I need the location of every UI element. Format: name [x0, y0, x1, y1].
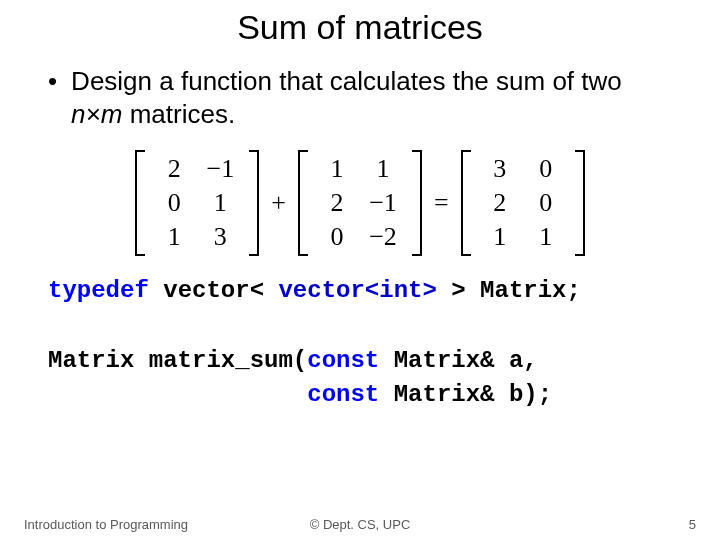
cell: 1 — [314, 154, 360, 184]
cell: 1 — [523, 222, 569, 252]
code-text: Matrix& a, — [379, 347, 537, 374]
keyword-const: const — [307, 381, 379, 408]
bullet-text-prefix: Design a function that calculates the su… — [71, 66, 622, 96]
cell: −1 — [197, 154, 243, 184]
bracket-right-icon — [412, 150, 422, 256]
cell: 1 — [197, 188, 243, 218]
bullet-text-dims: n×m — [71, 99, 122, 129]
cell: 2 — [151, 154, 197, 184]
cell: 3 — [477, 154, 523, 184]
operator-equals: = — [434, 188, 449, 218]
keyword-const: const — [307, 347, 379, 374]
matrix-a: 2−1 01 13 — [135, 150, 259, 256]
cell: 2 — [314, 188, 360, 218]
slide-footer: Introduction to Programming © Dept. CS, … — [24, 517, 696, 532]
code-text: > Matrix; — [437, 277, 581, 304]
keyword-typedef: typedef — [48, 277, 149, 304]
matrix-b: 11 2−1 0−2 — [298, 150, 422, 256]
cell: 3 — [197, 222, 243, 252]
type-vector-int: vector<int> — [278, 277, 436, 304]
cell: −2 — [360, 222, 406, 252]
bullet-dot: • — [48, 65, 57, 130]
cell: 1 — [477, 222, 523, 252]
cell: 1 — [360, 154, 406, 184]
footer-left: Introduction to Programming — [24, 517, 188, 532]
code-text: Matrix& b); — [379, 381, 552, 408]
bullet-item: • Design a function that calculates the … — [48, 65, 672, 130]
matrix-c: 30 20 11 — [461, 150, 585, 256]
matrix-b-cells: 11 2−1 0−2 — [308, 150, 412, 256]
matrix-a-cells: 2−1 01 13 — [145, 150, 249, 256]
cell: 1 — [151, 222, 197, 252]
code-text: Matrix matrix_sum( — [48, 347, 307, 374]
bracket-right-icon — [249, 150, 259, 256]
cell: 0 — [523, 188, 569, 218]
slide: Sum of matrices • Design a function that… — [0, 0, 720, 540]
bracket-left-icon — [135, 150, 145, 256]
matrix-c-cells: 30 20 11 — [471, 150, 575, 256]
operator-plus: + — [271, 188, 286, 218]
cell: 0 — [523, 154, 569, 184]
code-text: vector< — [149, 277, 279, 304]
bracket-left-icon — [298, 150, 308, 256]
matrix-equation: 2−1 01 13 + 11 2−1 0−2 = — [48, 150, 672, 256]
bracket-right-icon — [575, 150, 585, 256]
cell: 2 — [477, 188, 523, 218]
slide-body: • Design a function that calculates the … — [0, 47, 720, 413]
slide-title: Sum of matrices — [0, 0, 720, 47]
footer-page-number: 5 — [689, 517, 696, 532]
bracket-left-icon — [461, 150, 471, 256]
code-indent — [48, 381, 307, 408]
cell: 0 — [314, 222, 360, 252]
bullet-text-suffix: matrices. — [122, 99, 235, 129]
code-block: typedef vector< vector<int> > Matrix; Ma… — [48, 274, 672, 413]
cell: 0 — [151, 188, 197, 218]
bullet-text: Design a function that calculates the su… — [71, 65, 672, 130]
cell: −1 — [360, 188, 406, 218]
